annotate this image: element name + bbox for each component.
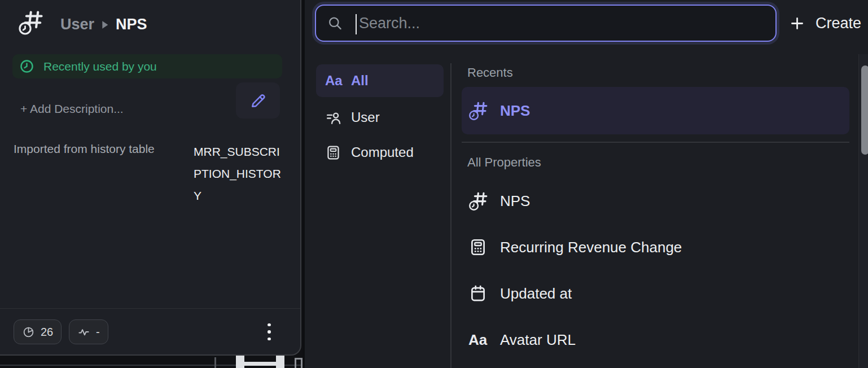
recent-item-nps[interactable]: NPS bbox=[462, 87, 849, 134]
kebab-dot bbox=[268, 338, 271, 341]
filter-tab-label: Computed bbox=[351, 144, 414, 160]
usage-count-value: 26 bbox=[41, 326, 53, 339]
property-item-nps[interactable]: NPS bbox=[462, 178, 849, 224]
clock-icon bbox=[19, 59, 34, 74]
add-description-button[interactable]: + Add Description... bbox=[20, 102, 124, 116]
calendar-icon bbox=[468, 284, 488, 303]
filter-tab-label: User bbox=[351, 109, 380, 125]
recent-item-label: NPS bbox=[500, 102, 530, 120]
search-icon bbox=[327, 16, 343, 31]
filter-tab-user[interactable]: User bbox=[316, 104, 444, 131]
background-shape bbox=[236, 362, 284, 366]
trend-value: - bbox=[96, 326, 100, 339]
usage-count-pill[interactable]: 26 bbox=[14, 319, 62, 344]
property-item-avatar-url[interactable]: Aa Avatar URL bbox=[462, 317, 849, 363]
breadcrumb-parent: User bbox=[60, 16, 94, 33]
scrollbar-track[interactable] bbox=[858, 54, 868, 368]
recently-used-label: Recently used by you bbox=[43, 60, 157, 73]
all-properties-header: All Properties bbox=[467, 155, 541, 170]
property-search-popover: Create Aa All User Computed bbox=[305, 0, 868, 368]
property-item-label: NPS bbox=[500, 192, 530, 210]
property-item-label: Avatar URL bbox=[500, 331, 576, 349]
pie-chart-icon bbox=[22, 326, 35, 339]
filter-tab-label: All bbox=[351, 73, 369, 89]
property-item-updated-at[interactable]: Updated at bbox=[462, 270, 849, 317]
background-shape bbox=[295, 358, 303, 368]
kebab-dot bbox=[268, 323, 271, 327]
pencil-icon bbox=[249, 91, 268, 110]
recents-header: Recents bbox=[467, 65, 513, 80]
property-item-recurring-revenue-change[interactable]: Recurring Revenue Change bbox=[462, 224, 849, 270]
breadcrumb: User NPS bbox=[60, 16, 147, 33]
imported-from-value: MRR_SUBSCRIPTION_HISTORY bbox=[194, 141, 282, 207]
trend-pill[interactable]: - bbox=[69, 319, 108, 344]
chevron-right-icon bbox=[101, 20, 109, 29]
scrollbar-thumb[interactable] bbox=[861, 65, 868, 155]
imported-from-label: Imported from history table bbox=[14, 142, 155, 156]
background-shape bbox=[214, 357, 216, 368]
text-type-icon: Aa bbox=[325, 73, 343, 89]
edit-description-button[interactable] bbox=[236, 82, 280, 119]
text-type-icon: Aa bbox=[468, 331, 487, 349]
footer-divider bbox=[0, 308, 300, 309]
property-item-label: Updated at bbox=[500, 285, 572, 303]
numeric-property-clock-icon bbox=[18, 9, 45, 38]
breadcrumb-current: NPS bbox=[116, 16, 147, 33]
kebab-dot bbox=[268, 330, 271, 334]
background-page-fragment bbox=[0, 356, 304, 368]
property-item-label: Recurring Revenue Change bbox=[500, 239, 682, 256]
results-list: Recents NPS All Properties bbox=[462, 0, 849, 368]
column-divider bbox=[450, 63, 451, 368]
text-caret bbox=[356, 14, 357, 34]
calculator-icon bbox=[468, 238, 488, 257]
filter-tab-computed[interactable]: Computed bbox=[316, 139, 444, 166]
section-divider bbox=[462, 142, 849, 143]
user-list-icon bbox=[325, 109, 341, 126]
calculator-icon bbox=[325, 144, 341, 161]
activity-pulse-icon bbox=[77, 326, 90, 339]
numeric-property-clock-icon bbox=[468, 100, 489, 121]
more-options-button[interactable] bbox=[261, 319, 278, 344]
filter-tab-all[interactable]: Aa All bbox=[316, 64, 444, 97]
recently-used-badge: Recently used by you bbox=[12, 54, 282, 78]
property-detail-card: User NPS Recently used by you + Add Desc… bbox=[0, 0, 301, 356]
numeric-property-clock-icon bbox=[468, 191, 489, 211]
